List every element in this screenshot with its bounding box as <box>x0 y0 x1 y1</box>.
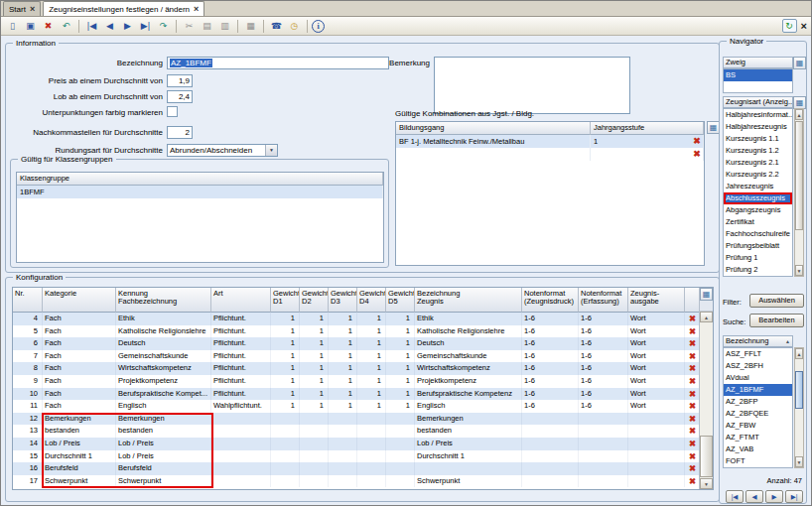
vertical-scrollbar[interactable]: ▲ ▼ <box>794 347 804 468</box>
list-item-zeugnisart[interactable]: Abschlusszeugnis <box>724 192 792 204</box>
chevron-down-icon[interactable]: ▼ <box>265 145 277 156</box>
table-row[interactable]: 17SchwerpunktSchwerpunktSchwerpunkt✖ <box>13 475 699 488</box>
rundungsart-dropdown[interactable]: Abrunden/Abschneiden ▼ <box>167 144 278 157</box>
table-row[interactable]: 6FachDeutschPflichtunt.11111Deutsch1-61-… <box>13 337 699 350</box>
column-header[interactable]: Gewicht D5 <box>386 288 415 313</box>
list-item-bezeichnung[interactable]: FOFT <box>724 455 792 467</box>
preis-input[interactable]: 1,9 <box>167 74 193 87</box>
list-item-zeugnisart[interactable]: Zertifikat <box>724 216 792 228</box>
column-header[interactable]: Gewicht D4 <box>357 288 386 313</box>
nachkommastellen-input[interactable]: 2 <box>167 126 193 139</box>
table-row[interactable]: 1BFMF <box>17 186 383 198</box>
delete-row-icon[interactable]: ✖ <box>685 400 699 413</box>
copy-icon[interactable]: ▤ <box>199 18 215 34</box>
table-row[interactable]: 13bestandenbestandenbestanden✖ <box>13 425 699 438</box>
list-item-zeugnisart[interactable]: Kurszeugnis 2.2 <box>724 169 792 181</box>
delete-row-icon[interactable]: ✖ <box>691 148 703 160</box>
nav-first-icon[interactable]: |◀ <box>83 18 100 34</box>
list-item-bezeichnung[interactable]: AZ_2BFQEE <box>724 408 792 420</box>
table-row[interactable]: 16BerufsfeldBerufsfeld✖ <box>13 462 699 475</box>
list-item-bezeichnung[interactable]: AZ_VAB <box>724 443 792 455</box>
list-item-zeugnisart[interactable]: Prüfung 1 <box>724 252 792 264</box>
column-header[interactable]: Gewicht D1 <box>271 288 300 313</box>
delete-row-icon[interactable]: ✖ <box>685 375 699 388</box>
delete-row-icon[interactable]: ✖ <box>685 450 699 463</box>
list-item-bezeichnung[interactable]: ASZ_FFLT <box>724 348 792 360</box>
scroll-down-icon[interactable]: ▼ <box>795 265 803 276</box>
redo-icon[interactable]: ↷ <box>155 18 172 34</box>
delete-row-icon[interactable]: ✖ <box>685 413 699 426</box>
column-header[interactable]: Nr. <box>13 288 43 313</box>
vertical-scrollbar[interactable]: ▲ ▼ <box>794 108 804 277</box>
delete-row-icon[interactable]: ✖ <box>685 425 699 438</box>
table-row[interactable]: 4FachEthikPflichtunt.11111Ethik1-61-6Wor… <box>13 313 699 325</box>
scrollbar-thumb[interactable] <box>795 371 803 409</box>
scroll-down-icon[interactable]: ▼ <box>795 456 803 467</box>
delete-icon[interactable]: ✖ <box>40 18 57 34</box>
undo-icon[interactable]: ↶ <box>58 18 74 34</box>
delete-row-icon[interactable]: ✖ <box>691 135 703 147</box>
table-options-button[interactable]: ▦ <box>700 288 713 301</box>
vertical-scrollbar[interactable]: ▲ ▼ <box>700 312 713 489</box>
bemerkung-textarea[interactable] <box>434 57 630 114</box>
table-row[interactable]: 10FachBerufspraktische Kompet...Pflichtu… <box>13 388 699 401</box>
search-edit-button[interactable]: Bearbeiten <box>749 314 804 327</box>
record-last-button[interactable]: ▶| <box>785 490 803 503</box>
list-item-zeugnisart[interactable]: Halbjahreszeugnis <box>724 121 792 133</box>
tab-close-icon[interactable]: × <box>30 5 35 13</box>
list-item-bezeichnung[interactable]: AZ_1BFMF <box>724 384 792 396</box>
column-header[interactable]: Gewicht D3 <box>329 288 357 313</box>
column-header-bildungsgang[interactable]: Bildungsgang <box>396 122 591 135</box>
column-header[interactable]: Notenformat (Zeugnisdruck) <box>522 288 579 313</box>
record-previous-button[interactable]: ◀ <box>745 490 763 503</box>
list-item-zeugnisart[interactable]: Fachhochschulreife <box>724 228 792 240</box>
table-row[interactable]: BF 1-j. Metalltechnik Feinw./Metallbau1✖ <box>396 135 704 148</box>
table-options-button[interactable]: ▦ <box>793 57 806 69</box>
lob-input[interactable]: 2,4 <box>167 90 193 103</box>
delete-row-icon[interactable]: ✖ <box>685 313 699 325</box>
tab-zeugniseinstellungen[interactable]: Zeugniseinstellungen festlegen / ändern … <box>43 1 204 16</box>
table-row[interactable]: 12BemerkungenBemerkungenBemerkungen✖ <box>13 413 699 426</box>
table-row[interactable]: ✖ <box>396 148 704 161</box>
list-item-zeugnisart[interactable]: Prüfungsbeiblatt <box>724 240 792 252</box>
table-row[interactable]: 15Durchschnitt 1Lob / PreisDurchschnitt … <box>13 450 699 463</box>
print-icon[interactable]: ▦ <box>242 18 259 34</box>
column-header[interactable]: Bezeichnung Zeugnis <box>415 288 522 313</box>
table-row[interactable]: 7FachGemeinschaftskundePflichtunt.11111G… <box>13 350 699 363</box>
delete-row-icon[interactable]: ✖ <box>685 337 699 350</box>
delete-row-icon[interactable]: ✖ <box>685 438 699 450</box>
column-header-zweig[interactable]: Zweig <box>723 57 793 68</box>
record-first-button[interactable]: |◀ <box>726 490 744 503</box>
column-header-zeugnisart[interactable]: Zeugnisart (Anzeig... ▲ <box>723 96 793 108</box>
column-header-bezeichnung[interactable]: Bezeichnung ▲ <box>723 335 793 347</box>
list-item-bezeichnung[interactable]: ASZ_2BFH <box>724 360 792 372</box>
phone-icon[interactable]: ☎ <box>268 18 285 34</box>
paste-icon[interactable]: ▥ <box>216 18 233 34</box>
scroll-up-icon[interactable]: ▲ <box>700 312 713 322</box>
scrollbar-track[interactable] <box>700 322 713 478</box>
save-icon[interactable]: ▣ <box>22 18 39 34</box>
list-item-zeugnisart[interactable]: Prüfung 2 <box>724 264 792 276</box>
list-item-zeugnisart[interactable]: Kurszeugnis 1.1 <box>724 133 792 145</box>
column-header-klassengruppe[interactable]: Klassengruppe <box>17 173 383 186</box>
list-item-bezeichnung[interactable]: AVdual <box>724 372 792 384</box>
column-header[interactable]: Zeugnis- ausgabe <box>628 288 685 313</box>
record-next-button[interactable]: ▶ <box>765 490 783 503</box>
delete-row-icon[interactable]: ✖ <box>685 325 699 338</box>
list-item-zeugnisart[interactable]: Halbjahresinformat... <box>724 109 792 121</box>
filter-select-button[interactable]: Auswählen <box>749 294 804 308</box>
list-item-zeugnisart[interactable]: Kurszeugnis 2.1 <box>724 157 792 169</box>
table-row[interactable]: 11FachEnglischWahlpflichtunt.11111Englis… <box>13 400 699 413</box>
scrollbar-track[interactable] <box>795 120 803 265</box>
column-header[interactable]: Art <box>211 288 271 313</box>
delete-row-icon[interactable]: ✖ <box>685 362 699 375</box>
nav-last-icon[interactable]: ▶| <box>137 18 154 34</box>
list-item-zeugnisart[interactable]: Kurszeugnis 1.2 <box>724 145 792 157</box>
scroll-down-icon[interactable]: ▼ <box>700 478 713 489</box>
scrollbar-thumb[interactable] <box>700 436 713 477</box>
table-row[interactable]: 5FachKatholische ReligionslehrePflichtun… <box>13 325 699 338</box>
list-item-bezeichnung[interactable]: AZ_2BFP <box>724 396 792 408</box>
list-item-zeugnisart[interactable]: Jahreszeugnis <box>724 181 792 192</box>
list-item-zeugnisart[interactable]: Abgangszeugnis <box>724 204 792 216</box>
list-item-bezeichnung[interactable]: AZ_FTMT <box>724 432 792 443</box>
